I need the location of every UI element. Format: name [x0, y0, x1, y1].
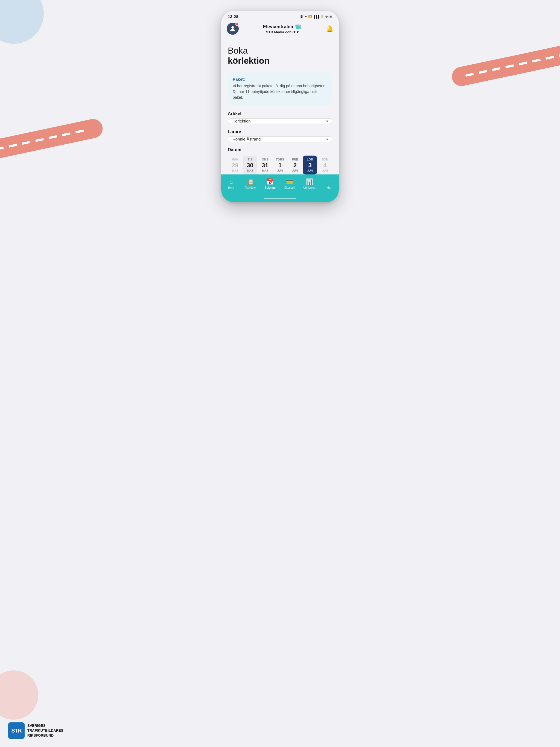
page-title-bold: körlektion — [228, 56, 332, 66]
chevron-down-icon: ▾ — [297, 30, 299, 34]
date-day-name: TIS — [248, 158, 252, 161]
str-logo-abbr: STR — [8, 722, 25, 739]
date-number: 2 — [294, 162, 297, 169]
brand-name: Elevcentralen ☎ — [263, 24, 302, 30]
date-month: JUN — [277, 169, 283, 172]
date-cell-1[interactable]: TORS 1 JUN — [273, 156, 287, 175]
nav-icon-bokning: 📅 — [266, 178, 274, 185]
notification-bell-icon[interactable]: 🔔 — [326, 25, 333, 32]
road-stripe-mid — [0, 117, 104, 164]
signal-icon: ▐▐▐ — [313, 15, 320, 18]
date-month: MAJ — [247, 169, 253, 172]
nav-item-utbildning[interactable]: 📊 Utbildning — [301, 177, 317, 190]
school-selector[interactable]: STR Media och IT ▾ — [266, 30, 299, 34]
vibrate-icon: 📳 — [300, 15, 304, 18]
nav-icon-hem: ⌂ — [229, 178, 233, 185]
info-box: Paket: Vi har registrerat paketet åt dig… — [228, 73, 332, 105]
nav-label-aktiviteter: Aktiviteter — [245, 186, 256, 189]
bottom-nav: ⌂ Hem 📋 Aktiviteter 📅 Bokning 💳 Ekonomi … — [221, 175, 339, 196]
nav-icon-utbildning: 📊 — [306, 178, 313, 185]
date-day-name: SÖN — [322, 158, 328, 161]
date-month: MAJ — [262, 169, 268, 172]
app-header: Elevcentralen ☎ STR Media och IT ▾ 🔔 — [221, 21, 339, 40]
date-number: 3 — [308, 162, 312, 169]
artikel-chevron-icon: ▾ — [326, 119, 328, 123]
main-content: Boka körlektion Paket: Vi har registrera… — [221, 40, 339, 175]
bluetooth-icon: ✦ — [305, 15, 307, 18]
date-day-name: TORS — [276, 158, 284, 161]
svg-point-0 — [231, 26, 234, 29]
page-title: Boka körlektion — [228, 46, 332, 66]
wifi-icon: 📶 — [308, 15, 312, 18]
header-row: Elevcentralen ☎ STR Media och IT ▾ 🔔 — [227, 23, 333, 35]
home-indicator — [221, 196, 339, 202]
date-day-name: LÖR — [307, 158, 313, 161]
avatar-badge — [235, 23, 239, 26]
status-time: 13:28 — [228, 14, 238, 19]
nav-label-mer: Mer — [327, 186, 331, 189]
date-month: JUN — [292, 169, 298, 172]
status-icons: 📳 ✦ 📶 ▐▐▐ 🔋 64 % — [300, 15, 332, 18]
larare-value: Ronnie Åstrand — [228, 133, 272, 145]
bg-circle-bottom — [0, 670, 38, 720]
battery-icon: 🔋 — [321, 15, 324, 18]
date-number: 4 — [323, 162, 327, 169]
larare-chevron-icon: ▾ — [326, 137, 328, 141]
nav-item-bokning[interactable]: 📅 Bokning — [262, 177, 278, 190]
date-day-name: FRE — [292, 158, 298, 161]
date-month: MAJ — [232, 169, 238, 172]
date-cell-4[interactable]: SÖN 4 JUN — [318, 156, 332, 175]
date-cell-2[interactable]: FRE 2 JUN — [288, 156, 302, 175]
nav-item-mer[interactable]: ⋯ Mer — [321, 177, 337, 190]
date-section: Datum MÅN 29 MAJ TIS 30 MAJ ONS 31 MAJ T… — [228, 147, 332, 175]
phone-icon: ☎ — [295, 24, 302, 30]
nav-item-hem[interactable]: ⌂ Hem — [223, 177, 239, 190]
str-logo: STR SVERIGES TRAFIKUTBILDARES RIKSFÖRBUN… — [8, 722, 63, 739]
date-cell-29[interactable]: MÅN 29 MAJ — [228, 156, 242, 175]
artikel-group: Artikel Körlektion ▾ — [228, 111, 332, 124]
date-number: 1 — [278, 162, 282, 169]
bg-circle-top — [0, 0, 44, 44]
nav-item-ekonomi[interactable]: 💳 Ekonomi — [282, 177, 298, 190]
page-title-light: Boka — [228, 46, 332, 56]
nav-label-utbildning: Utbildning — [303, 186, 315, 189]
nav-icon-mer: ⋯ — [326, 178, 332, 185]
home-bar — [263, 198, 297, 199]
battery-pct: 64 % — [325, 15, 332, 18]
nav-label-ekonomi: Ekonomi — [284, 186, 295, 189]
phone-frame: 13:28 📳 ✦ 📶 ▐▐▐ 🔋 64 % — [221, 11, 339, 202]
nav-icon-aktiviteter: 📋 — [247, 178, 254, 185]
date-number: 31 — [262, 162, 268, 169]
info-box-text: Vi har registrerat paketet åt dig på den… — [233, 83, 327, 100]
date-grid: MÅN 29 MAJ TIS 30 MAJ ONS 31 MAJ TORS 1 … — [228, 156, 332, 175]
datum-label: Datum — [228, 147, 332, 152]
larare-group: Lärare Ronnie Åstrand ▾ — [228, 129, 332, 142]
date-number: 30 — [247, 162, 253, 169]
artikel-select-wrapper[interactable]: Körlektion ▾ — [228, 119, 332, 124]
date-day-name: ONS — [262, 158, 268, 161]
date-cell-3[interactable]: LÖR 3 JUN — [303, 156, 317, 175]
info-box-title: Paket: — [233, 77, 327, 81]
larare-select-wrapper[interactable]: Ronnie Åstrand ▾ — [228, 136, 332, 142]
date-day-name: MÅN — [232, 158, 238, 161]
date-month: JUN — [322, 169, 328, 172]
date-number: 29 — [232, 162, 238, 169]
date-cell-30[interactable]: TIS 30 MAJ — [243, 156, 257, 175]
nav-icon-ekonomi: 💳 — [286, 178, 294, 185]
date-month: JUN — [307, 169, 313, 172]
artikel-value: Körlektion — [228, 115, 262, 127]
status-bar: 13:28 📳 ✦ 📶 ▐▐▐ 🔋 64 % — [221, 11, 339, 21]
header-center: Elevcentralen ☎ STR Media och IT ▾ — [263, 24, 302, 34]
str-logo-text: SVERIGES TRAFIKUTBILDARES RIKSFÖRBUND — [27, 723, 63, 738]
nav-label-hem: Hem — [228, 186, 234, 189]
avatar-container[interactable] — [227, 23, 239, 35]
nav-label-bokning: Bokning — [265, 186, 276, 189]
date-cell-31[interactable]: ONS 31 MAJ — [258, 156, 272, 175]
nav-item-aktiviteter[interactable]: 📋 Aktiviteter — [242, 177, 259, 190]
road-stripe-top — [450, 41, 560, 88]
